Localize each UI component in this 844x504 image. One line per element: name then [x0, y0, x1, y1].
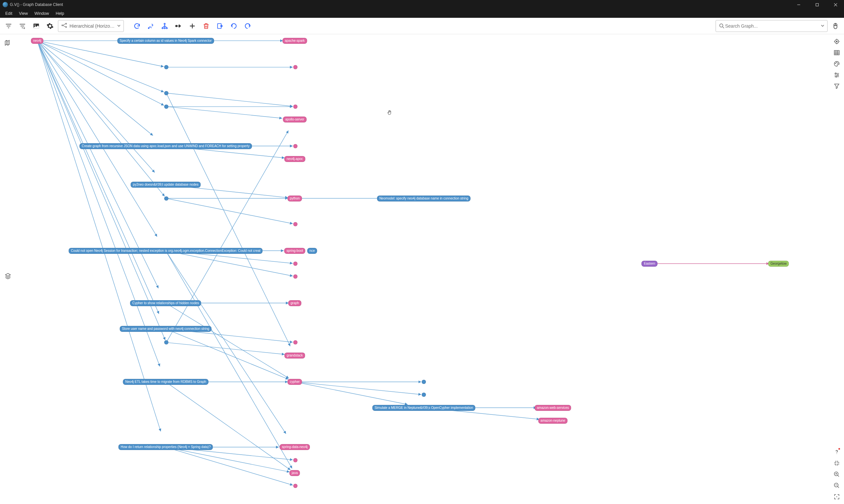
- svg-point-69: [835, 73, 836, 74]
- delete-button[interactable]: [200, 20, 212, 32]
- menu-edit[interactable]: Edit: [2, 10, 16, 17]
- hierarchy-button[interactable]: [159, 20, 170, 32]
- graph-node[interactable]: neo4j-apoc: [284, 156, 305, 162]
- graph-node[interactable]: [293, 458, 298, 462]
- graph-node[interactable]: java: [289, 470, 300, 476]
- window-minimize-button[interactable]: [793, 1, 805, 8]
- graph-node[interactable]: Neomodel: specify neo4j database name in…: [377, 196, 471, 201]
- graph-canvas[interactable]: neo4jSpecify a certain column as id valu…: [0, 34, 844, 504]
- graph-node[interactable]: python: [287, 196, 302, 201]
- window-title: G.V() - Graph Database Client: [10, 2, 793, 7]
- graph-node[interactable]: Could not open Neo4j Session for transac…: [69, 248, 263, 254]
- graph-node[interactable]: apollo-server: [283, 116, 307, 123]
- svg-line-54: [37, 41, 161, 432]
- graph-workspace[interactable]: neo4jSpecify a certain column as id valu…: [0, 34, 844, 504]
- window-maximize-button[interactable]: [811, 1, 823, 8]
- search-input[interactable]: [725, 23, 819, 29]
- image-button[interactable]: [30, 20, 42, 32]
- svg-line-20: [37, 41, 164, 106]
- svg-line-30: [166, 198, 293, 224]
- locate-button[interactable]: [832, 37, 841, 46]
- menu-help[interactable]: Help: [52, 10, 68, 17]
- window-close-button[interactable]: [829, 1, 841, 8]
- undo-button[interactable]: [228, 20, 240, 32]
- graph-node[interactable]: grandstack: [285, 353, 305, 359]
- minimap-button[interactable]: [3, 38, 13, 48]
- edge-button[interactable]: [173, 20, 184, 32]
- svg-line-26: [37, 41, 155, 173]
- graph-node[interactable]: amazon-neptune: [538, 418, 568, 424]
- menu-window[interactable]: Window: [31, 10, 52, 17]
- palette-button[interactable]: [832, 59, 841, 69]
- graph-node[interactable]: [293, 262, 298, 266]
- graph-node[interactable]: [293, 274, 298, 279]
- add-button[interactable]: [186, 20, 198, 32]
- graph-node[interactable]: cypher: [287, 379, 302, 385]
- graph-node[interactable]: [293, 65, 298, 70]
- zoom-in-button[interactable]: [832, 470, 841, 479]
- graph-node[interactable]: [164, 196, 168, 200]
- filter-add-button[interactable]: [16, 20, 28, 32]
- graph-node[interactable]: [293, 222, 298, 227]
- graph-node[interactable]: [164, 340, 168, 345]
- fullscreen-button[interactable]: [832, 492, 841, 501]
- export-button[interactable]: [214, 20, 226, 32]
- graph-node[interactable]: Specify a certain column as id values in…: [117, 38, 214, 44]
- auto-layout-button[interactable]: [145, 20, 157, 32]
- chevron-down-icon: [821, 23, 825, 29]
- graph-node[interactable]: graph: [288, 300, 301, 306]
- search-box[interactable]: [716, 20, 828, 32]
- graph-node[interactable]: Create graph from recursive JSON data us…: [79, 143, 252, 149]
- graph-node[interactable]: [293, 484, 298, 488]
- graph-node[interactable]: spring-data-neo4j: [280, 444, 310, 450]
- search-icon: [719, 23, 725, 29]
- svg-point-72: [837, 453, 837, 454]
- graph-node[interactable]: [164, 65, 168, 70]
- graph-node[interactable]: [164, 91, 168, 95]
- graph-node[interactable]: neo4j: [31, 38, 43, 44]
- graph-node[interactable]: How do I return relationship properties …: [119, 444, 213, 450]
- graph-node[interactable]: [421, 393, 426, 397]
- graph-node[interactable]: py2neo doesn&#39;t update database nodes: [131, 182, 201, 188]
- svg-line-45: [37, 41, 160, 367]
- filter-panel-button[interactable]: [832, 82, 841, 91]
- layout-label: Hierarchical (Horizo…: [70, 23, 115, 29]
- table-view-button[interactable]: [832, 48, 841, 57]
- settings-button[interactable]: [44, 20, 56, 32]
- graph-node[interactable]: Neo4j ETL takes time to migrate from RDB…: [123, 379, 209, 385]
- layout-select[interactable]: Hierarchical (Horizo…: [58, 20, 124, 32]
- graph-node[interactable]: [293, 144, 298, 148]
- svg-point-9: [164, 27, 165, 29]
- mouse-mode-button[interactable]: [829, 20, 841, 32]
- help-button[interactable]: [832, 447, 841, 456]
- redo-button[interactable]: [242, 20, 254, 32]
- layers-button[interactable]: [3, 271, 13, 281]
- graph-node[interactable]: [293, 340, 298, 345]
- graph-node[interactable]: [164, 104, 168, 109]
- zoom-out-button[interactable]: [832, 481, 841, 490]
- refresh-button[interactable]: [131, 20, 143, 32]
- edges-layer: [0, 34, 844, 504]
- graph-node[interactable]: amazon-web-services: [535, 405, 571, 411]
- menu-view[interactable]: View: [16, 10, 31, 17]
- graph-node[interactable]: Simulate a MERGE in Neptune&#39;s OpenCy…: [372, 405, 475, 411]
- filter-button[interactable]: [3, 20, 15, 32]
- graph-node[interactable]: Eastern: [642, 261, 657, 267]
- graph-node[interactable]: [421, 380, 426, 384]
- graph-node[interactable]: spring-boot: [284, 248, 305, 254]
- graph-node[interactable]: nce: [307, 248, 317, 254]
- svg-point-11: [176, 25, 177, 27]
- sliders-button[interactable]: [832, 70, 841, 80]
- graph-node[interactable]: [293, 104, 298, 109]
- collapse-button[interactable]: [832, 458, 841, 468]
- window-titlebar: G.V() - Graph Database Client: [0, 0, 844, 9]
- graph-node[interactable]: Store user name and password with neo4j …: [120, 326, 212, 332]
- svg-line-58: [166, 447, 293, 485]
- graph-node[interactable]: apache-spark: [283, 38, 307, 44]
- svg-point-3: [62, 25, 63, 26]
- svg-line-51: [295, 382, 408, 404]
- window-controls: [793, 1, 841, 8]
- graph-node[interactable]: Georgetow: [768, 261, 789, 267]
- graph-node[interactable]: Cypher to show relationships of hidden n…: [130, 300, 201, 306]
- right-float-tools: [832, 37, 841, 91]
